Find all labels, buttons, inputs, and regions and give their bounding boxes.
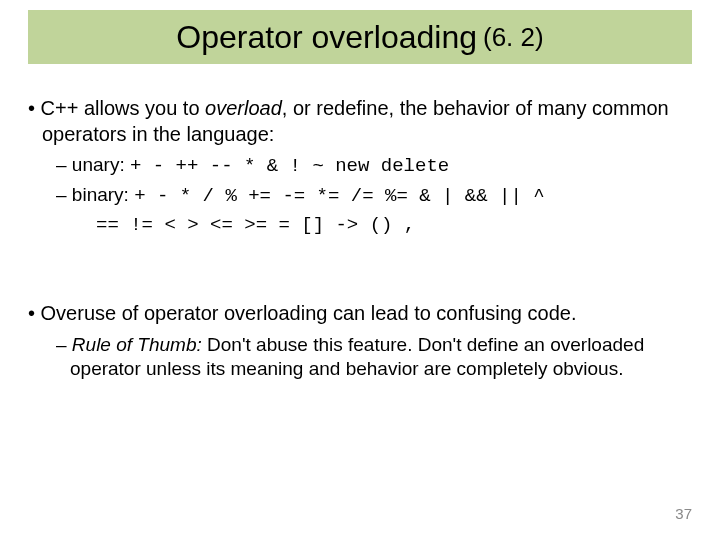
overuse-text: Overuse of operator overloading can lead… bbox=[41, 302, 577, 324]
bullet-intro: C++ allows you to overload, or redefine,… bbox=[24, 96, 690, 147]
slide-section: (6. 2) bbox=[483, 22, 544, 53]
binary-ops-1: + - * / % += -= *= /= %= & | && || ^ bbox=[134, 185, 544, 207]
binary-label: binary: bbox=[72, 184, 134, 205]
bullet-unary: unary: + - ++ -- * & ! ~ new delete bbox=[24, 153, 690, 178]
slide-title: Operator overloading bbox=[176, 19, 477, 56]
unary-label: unary: bbox=[72, 154, 130, 175]
binary-line2: == != < > <= >= = [] -> () , bbox=[24, 212, 690, 237]
bullet-overuse: Overuse of operator overloading can lead… bbox=[24, 301, 690, 327]
title-bar: Operator overloading (6. 2) bbox=[28, 10, 692, 64]
slide-body: C++ allows you to overload, or redefine,… bbox=[24, 96, 690, 385]
spacer bbox=[24, 241, 690, 301]
intro-overload: overload bbox=[205, 97, 282, 119]
bullet-binary: binary: + - * / % += -= *= /= %= & | && … bbox=[24, 183, 690, 208]
page-number: 37 bbox=[675, 505, 692, 522]
bullet-rule: Rule of Thumb: Don't abuse this feature.… bbox=[24, 333, 690, 382]
unary-ops: + - ++ -- * & ! ~ new delete bbox=[130, 155, 449, 177]
rule-label: Rule of Thumb: bbox=[72, 334, 202, 355]
intro-pre: C++ allows you to bbox=[41, 97, 206, 119]
binary-ops-2: == != < > <= >= = [] -> () , bbox=[96, 214, 415, 236]
slide: Operator overloading (6. 2) C++ allows y… bbox=[0, 0, 720, 540]
